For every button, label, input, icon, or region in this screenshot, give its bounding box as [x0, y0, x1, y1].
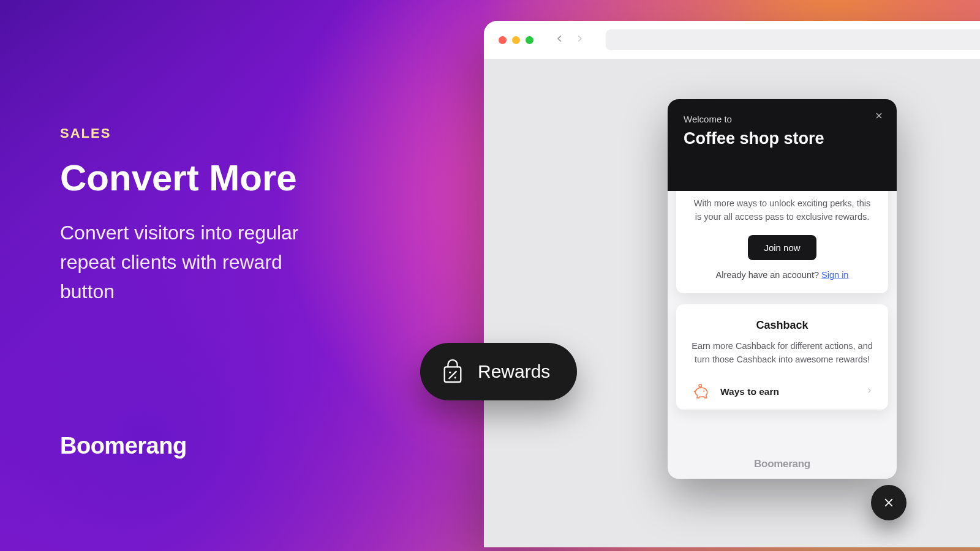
- cashback-card: Cashback Earn more Cashback for differen…: [676, 304, 888, 410]
- sign-in-link[interactable]: Sign in: [821, 270, 848, 280]
- member-text: With more ways to unlock exciting perks,…: [690, 197, 875, 224]
- brand-wordmark: Boomerang: [60, 433, 187, 459]
- promo-stage: SALES Convert More Convert visitors into…: [0, 0, 980, 551]
- nav-arrows: [556, 34, 584, 45]
- widget-header: Welcome to Coffee shop store: [668, 99, 897, 191]
- window-traffic-lights: [499, 36, 533, 44]
- browser-toolbar: [484, 21, 980, 59]
- subheadline: Convert visitors into regular repeat cli…: [60, 218, 342, 306]
- svg-point-2: [454, 377, 456, 378]
- cashback-text: Earn more Cashback for different actions…: [690, 339, 875, 367]
- back-icon[interactable]: [556, 34, 564, 45]
- ways-to-earn-label: Ways to earn: [720, 386, 856, 397]
- widget-footer-brand: Boomerang: [668, 452, 897, 479]
- ways-to-earn-row[interactable]: Ways to earn: [690, 378, 875, 401]
- store-name: Coffee shop store: [684, 129, 881, 148]
- already-label: Already have an acoount?: [716, 270, 820, 280]
- rewards-button[interactable]: Rewards: [420, 343, 577, 400]
- svg-point-1: [449, 372, 451, 373]
- widget-cards: Become a member With more ways to unlock…: [668, 162, 897, 452]
- traffic-zoom-icon[interactable]: [526, 36, 533, 44]
- forward-icon[interactable]: [575, 34, 584, 45]
- svg-point-7: [699, 384, 701, 387]
- already-account-text: Already have an acoount? Sign in: [690, 270, 875, 280]
- welcome-label: Welcome to: [684, 114, 881, 124]
- marketing-copy: SALES Convert More Convert visitors into…: [60, 126, 403, 306]
- loyalty-widget: Welcome to Coffee shop store Become a me…: [668, 99, 897, 479]
- join-now-button[interactable]: Join now: [748, 235, 816, 260]
- widget-close-button[interactable]: [872, 109, 886, 122]
- traffic-close-icon[interactable]: [499, 36, 507, 44]
- shopping-bag-percent-icon: [441, 359, 464, 384]
- cashback-title: Cashback: [690, 319, 875, 332]
- headline: Convert More: [60, 159, 403, 197]
- traffic-minimize-icon[interactable]: [512, 36, 520, 44]
- floating-close-button[interactable]: [871, 485, 907, 520]
- svg-point-6: [703, 391, 704, 392]
- chevron-right-icon: [866, 386, 872, 397]
- rewards-label: Rewards: [478, 361, 550, 382]
- eyebrow-label: SALES: [60, 126, 403, 141]
- piggy-bank-icon: [692, 384, 710, 400]
- url-bar[interactable]: [606, 29, 980, 50]
